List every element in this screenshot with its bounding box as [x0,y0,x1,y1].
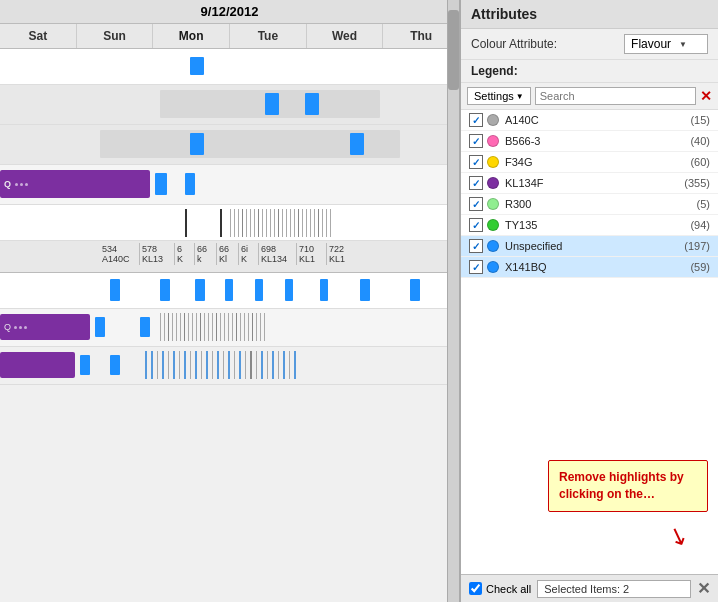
selected-items-display: Selected Items: 2 [537,580,691,598]
cal-row-4: Q [0,165,459,205]
legend-label: Legend: [461,60,718,83]
legend-name-2: F34G [505,156,690,168]
legend-checkbox-7[interactable] [469,260,483,274]
calendar-date: 9/12/2012 [0,0,459,24]
chevron-down-icon: ▼ [516,92,524,101]
legend-item[interactable]: KL134F (355) [461,173,718,194]
legend-item[interactable]: F34G (60) [461,152,718,173]
legend-count-7: (59) [690,261,710,273]
legend-color-5 [487,219,499,231]
legend-count-6: (197) [684,240,710,252]
colour-attribute-value: Flavour [631,37,671,51]
check-all-checkbox[interactable] [469,582,482,595]
legend-name-3: KL134F [505,177,684,189]
legend-checkbox-2[interactable] [469,155,483,169]
legend-color-7 [487,261,499,273]
legend-count-4: (5) [697,198,710,210]
legend-color-2 [487,156,499,168]
colour-attribute-dropdown[interactable]: Flavour ▼ [624,34,708,54]
check-all-row: Check all [469,582,531,595]
legend-name-4: R300 [505,198,697,210]
legend-color-0 [487,114,499,126]
settings-button[interactable]: Settings ▼ [467,87,531,105]
legend-color-3 [487,177,499,189]
colour-attribute-label: Colour Attribute: [471,37,624,51]
cal-axis-row: 534A140C 578KL13 6K 66k 66Kl 6iK 698KL13… [0,241,459,273]
attributes-panel: Attributes Colour Attribute: Flavour ▼ L… [460,0,718,602]
legend-count-2: (60) [690,156,710,168]
calendar-body: Q [0,49,459,599]
legend-name-5: TY135 [505,219,690,231]
legend-item[interactable]: R300 (5) [461,194,718,215]
legend-name-0: A140C [505,114,690,126]
colour-attribute-row: Colour Attribute: Flavour ▼ [461,29,718,60]
weekday-wed: Wed [307,24,384,48]
scrollbar[interactable] [447,0,459,602]
legend-toolbar: Settings ▼ ✕ [461,83,718,110]
weekday-sun: Sun [77,24,154,48]
bottom-bar: Check all Selected Items: 2 ✕ [461,574,718,602]
weekday-tue: Tue [230,24,307,48]
legend-item[interactable]: X141BQ (59) [461,257,718,278]
weekday-header: Sat Sun Mon Tue Wed Thu [0,24,459,49]
legend-checkbox-6[interactable] [469,239,483,253]
legend-color-1 [487,135,499,147]
legend-checkbox-4[interactable] [469,197,483,211]
legend-name-7: X141BQ [505,261,690,273]
legend-item[interactable]: Unspecified (197) [461,236,718,257]
legend-item[interactable]: A140C (15) [461,110,718,131]
chevron-down-icon: ▼ [679,40,687,49]
legend-checkbox-3[interactable] [469,176,483,190]
legend-checkbox-1[interactable] [469,134,483,148]
legend-name-6: Unspecified [505,240,684,252]
legend-name-1: B566-3 [505,135,690,147]
legend-count-0: (15) [690,114,710,126]
settings-label: Settings [474,90,514,102]
cal-row-5 [0,205,459,241]
legend-checkbox-0[interactable] [469,113,483,127]
search-input[interactable] [535,87,696,105]
search-clear-icon[interactable]: ✕ [700,88,712,104]
legend-count-5: (94) [690,219,710,231]
cal-row-1 [0,49,459,85]
cal-row-9 [0,347,459,385]
weekday-sat: Sat [0,24,77,48]
legend-color-6 [487,240,499,252]
legend-count-1: (40) [690,135,710,147]
legend-item[interactable]: TY135 (94) [461,215,718,236]
panel-title: Attributes [461,0,718,29]
scrollbar-thumb[interactable] [448,10,459,90]
tooltip-box: Remove highlights by clicking on the… [548,460,708,512]
legend-item[interactable]: B566-3 (40) [461,131,718,152]
calendar-panel: 9/12/2012 Sat Sun Mon Tue Wed Thu Q [0,0,460,602]
cal-row-8: Q [0,309,459,347]
weekday-mon: Mon [153,24,230,48]
check-all-label: Check all [486,583,531,595]
cal-row-3 [0,125,459,165]
close-icon[interactable]: ✕ [697,579,710,598]
legend-count-3: (355) [684,177,710,189]
legend-color-4 [487,198,499,210]
cal-row-7 [0,273,459,309]
cal-row-2 [0,85,459,125]
legend-checkbox-5[interactable] [469,218,483,232]
